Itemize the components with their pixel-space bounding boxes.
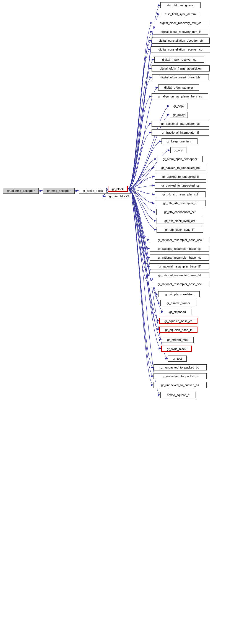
node-digital_constellation_receiver_cb: digital_constellation_receiver_cb — [151, 46, 210, 52]
node-gr_sync_block: gr_sync_block — [161, 346, 192, 352]
node-gr_rational_resampler_base_fcc: gr_rational_resampler_base_fcc — [150, 255, 209, 261]
node-gr_msg_accepter: gr_msg_accepter — [43, 188, 75, 194]
node-digital_ofdm_insert_preamble: digital_ofdm_insert_preamble — [152, 74, 209, 80]
node-howto_square_ff: howto_square_ff — [160, 392, 196, 398]
node-gr_pfb_arb_resampler_fff: gr_pfb_arb_resampler_fff — [155, 200, 206, 206]
node-digital_mpsk_receiver_cc: digital_mpsk_receiver_cc — [154, 57, 204, 63]
node-gr_basic_block: gr_basic_block — [79, 188, 106, 194]
node-gr_hier_block2: gr_hier_block2 — [106, 193, 132, 199]
node-gr_block: gr_block — [108, 186, 128, 192]
node-gr_pfb_clock_sync_ccf: gr_pfb_clock_sync_ccf — [157, 218, 203, 224]
node-gr_copy: gr_copy — [170, 103, 188, 109]
node-gr_rational_resampler_base_fff: gr_rational_resampler_base_fff — [150, 263, 209, 269]
edges-svg — [0, 0, 247, 644]
node-gr_unpacked_to_packed_bb: gr_unpacked_to_packed_bb — [154, 364, 207, 370]
node-gr_unpacked_to_packed_ii: gr_unpacked_to_packed_ii — [154, 373, 207, 379]
node-gr_packed_to_unpacked_bb: gr_packed_to_unpacked_bb — [155, 165, 206, 171]
node-gr_rational_resampler_base_ccc: gr_rational_resampler_base_ccc — [150, 237, 209, 243]
node-gr_align_on_samplenumbers_ss: gr_align_on_samplenumbers_ss — [152, 93, 208, 99]
node-gr_squelch_base_cc: gr_squelch_base_cc — [159, 318, 197, 324]
node-gr_unpacked_to_packed_ss: gr_unpacked_to_packed_ss — [154, 382, 207, 388]
node-gr_ofdm_bpsk_demapper: gr_ofdm_bpsk_demapper — [157, 156, 203, 162]
node-gr_packed_to_unpacked_ii: gr_packed_to_unpacked_ii — [155, 174, 206, 180]
node-gr_fractional_interpolator_cc: gr_fractional_interpolator_cc — [152, 121, 209, 127]
node-gr_simple_correlator: gr_simple_correlator — [158, 291, 200, 297]
node-gr_pfb_channelizer_ccf: gr_pfb_channelizer_ccf — [156, 209, 203, 215]
node-digital_ofdm_sampler: digital_ofdm_sampler — [158, 84, 199, 91]
node-digital_clock_recovery_mm_ff: digital_clock_recovery_mm_ff — [153, 29, 208, 35]
node-gr_pfb_clock_sync_fff: gr_pfb_clock_sync_fff — [157, 227, 203, 233]
node-digital_ofdm_frame_acquisition: digital_ofdm_frame_acquisition — [152, 65, 210, 71]
node-gr_simple_framer: gr_simple_framer — [160, 300, 196, 306]
node-gr_keep_one_in_n: gr_keep_one_in_n — [162, 138, 197, 144]
node-gr_stream_mux: gr_stream_mux — [162, 337, 194, 343]
diagram-container: gruel::msg_acceptergr_msg_acceptergr_bas… — [0, 0, 247, 644]
node-gr_delay: gr_delay — [170, 112, 188, 118]
node-gr_rational_resampler_base_scc: gr_rational_resampler_base_scc — [150, 281, 209, 287]
node-gr_pfb_arb_resampler_ccf: gr_pfb_arb_resampler_ccf — [155, 191, 206, 197]
node-digital_clock_recovery_mm_cc: digital_clock_recovery_mm_cc — [153, 20, 208, 26]
node-gr_packed_to_unpacked_ss: gr_packed_to_unpacked_ss — [155, 182, 206, 189]
node-gr_skiphead: gr_skiphead — [164, 309, 191, 315]
node-digital_constellation_decoder_cb: digital_constellation_decoder_cb — [152, 38, 210, 44]
node-atsc_bit_timing_loop: atsc_bit_timing_loop — [160, 2, 201, 8]
node-gr_rational_resampler_base_fsf: gr_rational_resampler_base_fsf — [150, 272, 209, 278]
node-gr_test: gr_test — [168, 356, 187, 362]
node-gr_rational_resampler_base_ccf: gr_rational_resampler_base_ccf — [150, 246, 209, 252]
node-gr_squelch_base_ff: gr_squelch_base_ff — [159, 327, 197, 333]
node-atsc_field_sync_demux: atsc_field_sync_demux — [160, 11, 201, 17]
node-gr_nop: gr_nop — [170, 147, 186, 153]
node-gr_fractional_interpolator_ff: gr_fractional_interpolator_ff — [152, 129, 209, 136]
node-gruel_msg_accepter: gruel::msg_accepter — [3, 188, 39, 194]
